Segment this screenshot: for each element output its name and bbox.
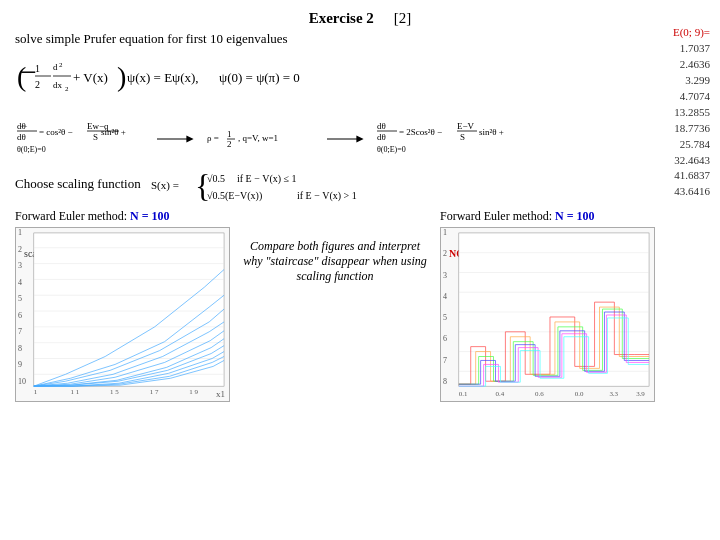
ode-right: dθ dθ = 2Scos²θ − E−V S sin²θ + θ(0;E)=0 bbox=[375, 117, 540, 161]
euler-left-block: Forward Euler method: N = 100 graph-2-5 … bbox=[15, 209, 230, 402]
svg-text:0.1: 0.1 bbox=[459, 390, 468, 397]
rho-formula: ρ = 1 2 , q=V, w=1 bbox=[205, 125, 315, 154]
svg-text:1: 1 bbox=[227, 129, 232, 139]
page: Exercise 2 [2] solve simple Prufer equat… bbox=[0, 0, 720, 540]
ode-left-svg: dθ dθ — = cos²θ − Ew−q S sin²θ + θ(0;E)=… bbox=[15, 117, 145, 157]
svg-text:—: — bbox=[19, 122, 28, 130]
main-formula: − 1 2 d 2 dx 2 + V(x) ) ψ(x) = Eψ(x), ψ(… bbox=[15, 54, 705, 113]
left-graph-svg: 1 1 1 1 5 1 7 1 9 bbox=[16, 228, 229, 401]
svg-text:0.4: 0.4 bbox=[495, 390, 504, 397]
svg-text:sin²θ +: sin²θ + bbox=[101, 127, 126, 137]
svg-text:2: 2 bbox=[65, 85, 69, 93]
header: Exercise 2 [2] bbox=[15, 10, 705, 27]
choose-scaling-label: Choose scaling function bbox=[15, 176, 141, 192]
svg-rect-61 bbox=[459, 233, 649, 386]
exercise-title: Exercise 2 bbox=[309, 10, 374, 27]
eigenvalues-block: E(0; 9)= 1.7037 2.4636 3.299 4.7074 13.2… bbox=[673, 25, 710, 200]
svg-text:sin²θ +: sin²θ + bbox=[479, 127, 504, 137]
compare-block: Compare both figures and interpret why "… bbox=[240, 209, 430, 284]
svg-text:dx: dx bbox=[53, 80, 63, 90]
svg-text:dθ: dθ bbox=[377, 121, 386, 131]
svg-text:θ(0;E)=0: θ(0;E)=0 bbox=[377, 145, 406, 154]
svg-text:3.9: 3.9 bbox=[636, 390, 645, 397]
svg-text:S: S bbox=[93, 132, 98, 142]
ev-value-8: 32.4643 bbox=[673, 153, 710, 169]
arrows-row: dθ dθ — = cos²θ − Ew−q S sin²θ + θ(0;E)=… bbox=[15, 117, 705, 161]
rho-svg: ρ = 1 2 , q=V, w=1 bbox=[205, 125, 315, 150]
svg-text:S: S bbox=[460, 132, 465, 142]
ev-value-3: 3.299 bbox=[673, 73, 710, 89]
svg-text:dθ: dθ bbox=[377, 132, 386, 142]
left-x-axis: x1 bbox=[16, 389, 229, 399]
svg-text:2: 2 bbox=[59, 61, 63, 69]
euler-right-title: Forward Euler method: N = 100 bbox=[440, 209, 655, 224]
svg-text:): ) bbox=[117, 61, 126, 92]
svg-text:3.3: 3.3 bbox=[609, 390, 618, 397]
svg-text:√0.5: √0.5 bbox=[207, 173, 225, 184]
ev-value-7: 25.784 bbox=[673, 137, 710, 153]
scaling-section: Choose scaling function S(x) = { √0.5 if… bbox=[15, 165, 705, 203]
svg-text:θ(0;E)=0: θ(0;E)=0 bbox=[17, 145, 46, 154]
svg-text:, q=V, w=1: , q=V, w=1 bbox=[238, 133, 278, 143]
svg-text:= 2Scos²θ −: = 2Scos²θ − bbox=[399, 127, 442, 137]
svg-text:d: d bbox=[53, 62, 58, 72]
svg-text:2: 2 bbox=[35, 79, 40, 90]
svg-text:E−V: E−V bbox=[457, 121, 475, 131]
svg-text:0.6: 0.6 bbox=[535, 390, 544, 397]
svg-text:if  E − V(x) ≤ 1: if E − V(x) ≤ 1 bbox=[237, 173, 297, 185]
bottom-section: Forward Euler method: N = 100 graph-2-5 … bbox=[15, 209, 705, 402]
formula-section: − 1 2 d 2 dx 2 + V(x) ) ψ(x) = Eψ(x), ψ(… bbox=[15, 53, 705, 113]
ev-value-6: 18.7736 bbox=[673, 121, 710, 137]
ev-value-2: 2.4636 bbox=[673, 57, 710, 73]
svg-text:0.0: 0.0 bbox=[575, 390, 584, 397]
svg-text:dθ: dθ bbox=[17, 132, 26, 142]
svg-text:ψ(x) = Eψ(x),: ψ(x) = Eψ(x), bbox=[127, 70, 199, 85]
svg-text:1: 1 bbox=[35, 63, 40, 74]
scaling-formula-svg: S(x) = { √0.5 if E − V(x) ≤ 1 √0.5(E−V(x… bbox=[149, 165, 389, 203]
compare-text: Compare both figures and interpret why "… bbox=[240, 239, 430, 284]
ev-label: E(0; 9)= bbox=[673, 26, 710, 38]
ev-value-4: 4.7074 bbox=[673, 89, 710, 105]
svg-text:ψ(0) = ψ(π) = 0: ψ(0) = ψ(π) = 0 bbox=[219, 70, 300, 85]
svg-text:(: ( bbox=[17, 61, 26, 92]
euler-left-title: Forward Euler method: N = 100 bbox=[15, 209, 230, 224]
subtitle: solve simple Prufer equation for first 1… bbox=[15, 31, 705, 47]
svg-text:if  E − V(x) > 1: if E − V(x) > 1 bbox=[297, 190, 357, 202]
ev-value-9: 41.6837 bbox=[673, 168, 710, 184]
euler-right-block: Forward Euler method: N = 100 graph-2-5 … bbox=[440, 209, 655, 402]
svg-text:2: 2 bbox=[227, 139, 232, 149]
svg-text:ρ =: ρ = bbox=[207, 133, 219, 143]
right-graph: graph-2-5 NO scaling function S 87654321 bbox=[440, 227, 655, 402]
svg-text:+ V(x): + V(x) bbox=[73, 70, 108, 85]
svg-text:√0.5(E−V(x)): √0.5(E−V(x)) bbox=[207, 190, 262, 202]
arrow-right-1 bbox=[155, 124, 195, 154]
ev-value-10: 43.6416 bbox=[673, 184, 710, 200]
ode-right-svg: dθ dθ = 2Scos²θ − E−V S sin²θ + θ(0;E)=0 bbox=[375, 117, 540, 157]
ev-value-1: 1.7037 bbox=[673, 41, 710, 57]
reference: [2] bbox=[394, 10, 412, 27]
eigenvalues-label: E(0; 9)= bbox=[673, 25, 710, 41]
left-graph: graph-2-5 scaling function S 10987654321 bbox=[15, 227, 230, 402]
ev-value-5: 13.2855 bbox=[673, 105, 710, 121]
arrow-right-2 bbox=[325, 124, 365, 154]
svg-text:S(x) =: S(x) = bbox=[151, 179, 179, 192]
prufer-formula-svg: − 1 2 d 2 dx 2 + V(x) ) ψ(x) = Eψ(x), ψ(… bbox=[15, 54, 395, 109]
right-graph-svg: 0.1 0.4 0.6 0.0 3.3 3.9 bbox=[441, 228, 654, 401]
svg-text:= cos²θ −: = cos²θ − bbox=[39, 127, 73, 137]
ode-left: dθ dθ — = cos²θ − Ew−q S sin²θ + θ(0;E)=… bbox=[15, 117, 145, 161]
